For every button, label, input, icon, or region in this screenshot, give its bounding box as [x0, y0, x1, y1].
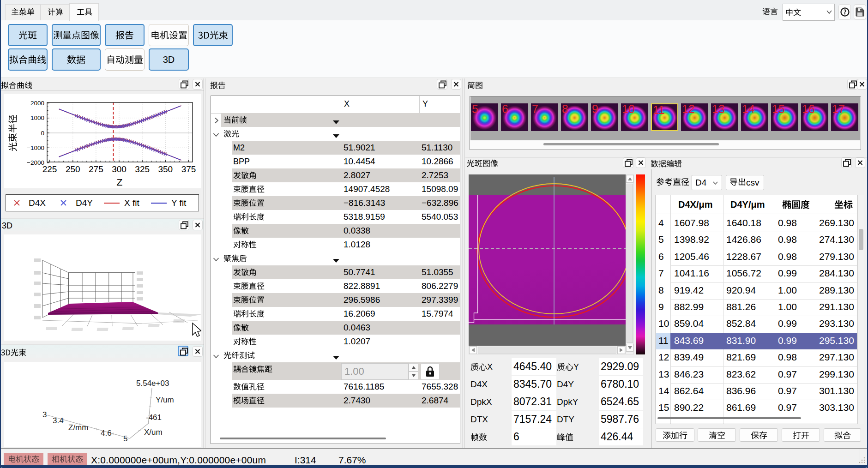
svg-text:375: 375 [181, 164, 196, 174]
svg-text:225: 225 [42, 164, 57, 174]
svg-text:300: 300 [112, 164, 127, 174]
svg-text:0: 0 [41, 130, 44, 137]
svg-text:275: 275 [89, 164, 103, 174]
svg-text:2000: 2000 [30, 100, 44, 107]
svg-text:X/um: X/um [144, 428, 163, 437]
svg-text:350: 350 [158, 164, 173, 174]
svg-text:3.4: 3.4 [53, 416, 64, 425]
svg-text:-461: -461 [146, 413, 162, 422]
svg-text:−2000: −2000 [27, 159, 44, 166]
svg-text:Z: Z [117, 177, 123, 187]
svg-text:Y/um: Y/um [156, 396, 174, 404]
svg-text:325: 325 [135, 164, 150, 174]
svg-text:Z/mm: Z/mm [68, 423, 88, 432]
svg-text:4.6: 4.6 [101, 429, 112, 438]
svg-text:1000: 1000 [30, 114, 44, 121]
svg-text:3: 3 [42, 410, 47, 419]
svg-text:−1000: −1000 [27, 144, 44, 151]
svg-text:5.54e+03: 5.54e+03 [136, 379, 169, 388]
svg-text:5: 5 [123, 434, 127, 443]
svg-text:250: 250 [66, 164, 80, 174]
